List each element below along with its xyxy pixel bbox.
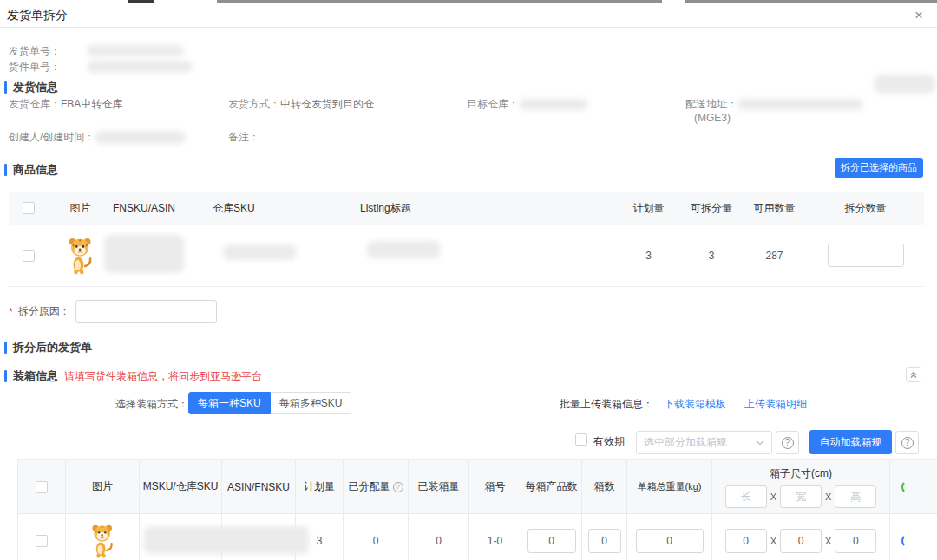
products-table-header: 图片 FNSKU/ASIN 仓库SKU Listing标题 计划量 可拆分量 可… <box>9 192 924 225</box>
question-icon: ? <box>901 437 914 449</box>
redacted-value <box>223 244 297 260</box>
column-header-image: 图片 <box>66 460 140 514</box>
help-button[interactable]: ? <box>776 431 799 454</box>
redacted-value <box>144 526 309 554</box>
dims-header-inputs: X X <box>725 485 877 508</box>
column-header-planned: 计划量 <box>296 460 344 514</box>
column-header-splittable: 可拆分量 <box>681 192 742 225</box>
cell-planned: 3 <box>616 225 681 286</box>
dim-height-input[interactable] <box>835 485 876 508</box>
field-target-warehouse: 目标仓库： <box>467 97 588 112</box>
modal-header: 发货单拆分 × <box>0 3 937 28</box>
dim-height-input[interactable] <box>835 529 876 553</box>
cell-box-no: 1-0 <box>469 514 521 560</box>
collapse-panel-button[interactable] <box>906 367 921 382</box>
section-bar <box>4 81 7 94</box>
validity-label: 有效期 <box>593 434 625 449</box>
column-header-per-box: 每箱产品数 <box>521 460 582 514</box>
chevron-down-icon <box>756 440 764 446</box>
packing-table-header: 图片 MSKU/仓库SKU ASIN/FNSKU 计划量 已分配量 ? 已装箱量… <box>18 460 937 514</box>
column-header-box-count: 箱数 <box>582 460 627 514</box>
split-reason-input[interactable] <box>75 300 217 323</box>
remark-label: 备注： <box>228 130 259 145</box>
box-count-input[interactable] <box>588 529 621 553</box>
split-qty-input[interactable] <box>828 244 904 267</box>
column-header-available: 可用数量 <box>742 192 807 225</box>
upload-detail-link[interactable]: 上传装箱明细 <box>744 397 807 412</box>
column-header-listing: Listing标题 <box>360 192 616 225</box>
column-header-packed: 已装箱量 <box>409 460 469 514</box>
redacted-value <box>875 75 935 94</box>
packing-method-toggle: 每箱一种SKU 每箱多种SKU <box>188 392 351 414</box>
split-shipment-modal: 发货单拆分 × 发货单号： 货件单号： 发货信息 发货仓库：FBA中转仓库 发货… <box>0 0 937 560</box>
packing-method-label: 选择装箱方式： <box>115 397 188 412</box>
redacted-value <box>367 241 441 258</box>
green-circle-icon-partial[interactable] <box>901 480 915 494</box>
load-box-spec-select[interactable]: 选中部分加载箱规 <box>636 431 772 454</box>
field-creator: 创建人/创建时间： <box>9 130 186 145</box>
cell-splittable: 3 <box>681 225 742 286</box>
packing-mode-single-button[interactable]: 每箱一种SKU <box>188 392 271 414</box>
section-title-shipping-info: 发货信息 <box>4 80 58 95</box>
packing-mode-multi-button[interactable]: 每箱多种SKU <box>271 392 352 414</box>
dim-width-input[interactable] <box>780 529 822 553</box>
column-header-msku: MSKU/仓库SKU <box>140 460 222 514</box>
help-button[interactable]: ? <box>895 431 919 454</box>
product-image <box>89 523 116 559</box>
address-code: (MGE3) <box>694 112 731 124</box>
split-reason-field: * 拆分原因： <box>9 300 217 323</box>
field-delivery-address: 配送地址： <box>685 97 863 112</box>
cell-allocated: 0 <box>344 514 409 560</box>
cell-packed: 0 <box>409 514 469 560</box>
column-header-split-qty: 拆分数量 <box>807 192 924 225</box>
select-placeholder: 选中部分加载箱规 <box>644 435 727 450</box>
column-header-dims: 箱子尺寸(cm) X X <box>712 460 890 514</box>
split-selected-button[interactable]: 拆分已选择的商品 <box>835 158 923 178</box>
select-all-checkbox[interactable] <box>36 481 48 493</box>
question-icon: ? <box>782 437 794 449</box>
section-title-packing: 装箱信息 请填写货件装箱信息，将同步到亚马逊平台 <box>4 368 262 384</box>
box-weight-input[interactable] <box>636 529 704 553</box>
validity-checkbox[interactable] <box>575 433 587 446</box>
column-header-sku: 仓库SKU <box>213 192 360 225</box>
table-row: 3 3 287 <box>9 225 924 287</box>
auto-load-box-spec-button[interactable]: 自动加载箱规 <box>809 430 892 454</box>
column-header-asin: ASIN/FNSKU <box>222 460 296 514</box>
section-bar <box>4 342 7 354</box>
redacted-value <box>519 99 588 110</box>
section-title-after-split: 拆分后的发货单 <box>4 340 92 355</box>
dim-width-input[interactable] <box>780 485 822 508</box>
close-icon[interactable]: × <box>914 8 923 23</box>
row-checkbox[interactable] <box>23 250 35 262</box>
cell-available: 287 <box>742 225 807 286</box>
cargo-no-label: 货件单号： <box>9 60 61 75</box>
blue-circle-icon-partial[interactable] <box>901 534 915 548</box>
redacted-value <box>87 45 184 56</box>
dim-length-input[interactable] <box>725 529 767 553</box>
field-ship-method: 发货方式：中转仓发货到目的仓 <box>228 97 374 112</box>
section-bar <box>4 370 7 382</box>
redacted-value <box>87 61 193 73</box>
redacted-value <box>104 235 184 273</box>
shipment-no-label: 发货单号： <box>9 44 61 59</box>
column-header-image: 图片 <box>48 192 113 225</box>
column-header-planned: 计划量 <box>616 192 681 225</box>
page-title: 发货单拆分 <box>7 8 68 23</box>
section-title-products: 商品信息 <box>4 162 58 178</box>
dim-length-input[interactable] <box>725 485 767 508</box>
row-checkbox[interactable] <box>36 535 48 547</box>
column-header-box-no: 箱号 <box>469 460 521 514</box>
packing-table: 图片 MSKU/仓库SKU ASIN/FNSKU 计划量 已分配量 ? 已装箱量… <box>17 459 937 560</box>
chevron-double-up-icon <box>909 370 918 379</box>
column-header-fnsku: FNSKU/ASIN <box>113 192 213 225</box>
packing-notice: 请填写货件装箱信息，将同步到亚马逊平台 <box>64 369 262 384</box>
download-template-link[interactable]: 下载装箱模板 <box>664 397 726 412</box>
column-header-weight: 单箱总重量(kg) <box>627 460 712 514</box>
split-reason-label: 拆分原因： <box>18 304 70 319</box>
per-box-qty-input[interactable] <box>527 529 576 553</box>
table-row: 3 0 0 1-0 X X <box>18 514 937 560</box>
product-image <box>66 236 95 276</box>
batch-upload-label: 批量上传装箱信息： <box>560 397 653 412</box>
field-ship-warehouse: 发货仓库：FBA中转仓库 <box>9 97 122 112</box>
select-all-checkbox[interactable] <box>23 202 35 214</box>
